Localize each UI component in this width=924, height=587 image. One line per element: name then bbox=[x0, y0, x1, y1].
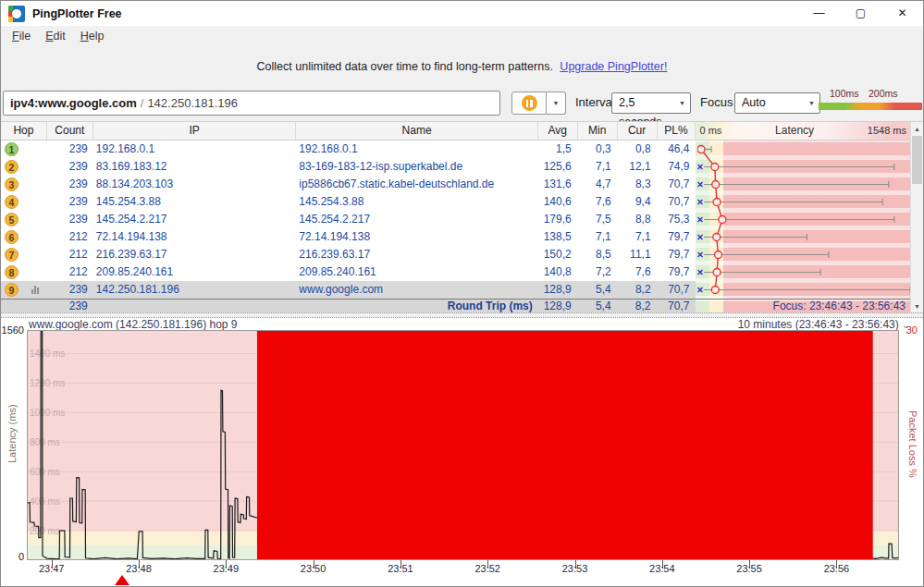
hop-name: www.google.com bbox=[296, 281, 537, 299]
table-header-row: Hop Count IP Name Avg Min Cur PL% 0 ms L… bbox=[1, 122, 910, 141]
table-row-hop-6[interactable]: 621272.14.194.13872.14.194.138138,57,17,… bbox=[1, 228, 910, 246]
y2-axis-title: Packet Loss % bbox=[907, 410, 918, 478]
minimize-icon[interactable]: — bbox=[798, 1, 840, 26]
time-label: 23:51 bbox=[380, 563, 421, 574]
hop-packet-loss: 79,7 bbox=[658, 263, 696, 281]
menu-bar: FileEditHelp bbox=[1, 26, 923, 47]
graphed-hop-icon bbox=[31, 286, 39, 294]
svg-text:600 ms: 600 ms bbox=[30, 467, 60, 477]
hop-status-dot: 4 bbox=[5, 195, 18, 209]
y-axis-title: Latency (ms) bbox=[6, 404, 18, 463]
hop-ip: 142.250.181.196 bbox=[93, 281, 297, 299]
header-cur[interactable]: Cur bbox=[618, 122, 658, 140]
close-icon[interactable]: ✕ bbox=[881, 1, 923, 26]
table-row-hop-7[interactable]: 7212216.239.63.17216.239.63.17150,28,511… bbox=[1, 246, 910, 263]
header-latency[interactable]: 0 ms Latency 1548 ms bbox=[696, 122, 910, 140]
pause-dropdown-button[interactable]: ▼ bbox=[547, 92, 566, 115]
upgrade-banner: Collect unlimited data over time to find… bbox=[1, 47, 923, 84]
table-row-hop-3[interactable]: 323988.134.203.103ip5886cb67.static.kabe… bbox=[1, 176, 910, 193]
latency-scale-legend: 100ms 200ms bbox=[819, 88, 922, 110]
timeline-chart[interactable]: 200 ms400 ms600 ms800 ms1000 ms1200 ms14… bbox=[27, 330, 899, 560]
alert-marker[interactable] bbox=[115, 575, 129, 585]
interval-select[interactable]: 2,5 seconds ▼ bbox=[611, 92, 691, 114]
scroll-up-icon[interactable]: ▲ bbox=[911, 123, 923, 135]
table-row-hop-5[interactable]: 5239145.254.2.217145.254.2.217179,67,58,… bbox=[1, 211, 910, 228]
hop-packet-loss: 70,7 bbox=[658, 176, 696, 193]
window-title: PingPlotter Free bbox=[32, 7, 122, 20]
hop-status-dot: 5 bbox=[5, 213, 18, 226]
hop-avg: 131,6 bbox=[538, 176, 578, 193]
time-label: 23:54 bbox=[642, 563, 683, 574]
header-name[interactable]: Name bbox=[296, 122, 537, 140]
trace-control: ▼ bbox=[511, 92, 566, 115]
hop-cur: 11,1 bbox=[618, 246, 658, 263]
svg-text:1000 ms: 1000 ms bbox=[30, 408, 65, 418]
trace-table: Hop Count IP Name Avg Min Cur PL% 0 ms L… bbox=[1, 121, 923, 312]
target-separator: / bbox=[141, 96, 144, 110]
hop-cur: 8,2 bbox=[618, 281, 658, 299]
table-scrollbar[interactable]: ▲ ▼ bbox=[910, 122, 923, 313]
table-row-hop-2[interactable]: 223983.169.183.1283-169-183-12-isp.super… bbox=[1, 158, 910, 176]
scrollbar-thumb[interactable] bbox=[912, 136, 922, 184]
target-ip: 142.250.181.196 bbox=[147, 96, 238, 110]
upgrade-link[interactable]: Upgrade PingPlotter! bbox=[560, 60, 667, 73]
hop-cur: 9,4 bbox=[618, 193, 658, 211]
menu-item-edit[interactable]: Edit bbox=[38, 26, 73, 47]
header-ip[interactable]: IP bbox=[93, 122, 297, 140]
hop-count: 239 bbox=[47, 211, 93, 228]
hop-ip: 88.134.203.103 bbox=[93, 176, 297, 193]
header-avg[interactable]: Avg bbox=[538, 122, 578, 140]
hop-packet-loss: 79,7 bbox=[658, 228, 696, 246]
legend-100ms-label: 100ms bbox=[830, 88, 859, 99]
maximize-icon[interactable]: ▢ bbox=[840, 1, 881, 26]
svg-text:1200 ms: 1200 ms bbox=[30, 378, 65, 388]
hop-min: 8,5 bbox=[578, 246, 618, 263]
legend-200ms-label: 200ms bbox=[869, 88, 898, 99]
hop-min: 7,2 bbox=[578, 263, 618, 281]
table-row-hop-9[interactable]: 9239142.250.181.196www.google.com128,95,… bbox=[1, 281, 910, 299]
pause-button[interactable] bbox=[511, 92, 547, 115]
hop-name: 83-169-183-12-isp.superkabel.de bbox=[296, 158, 537, 176]
time-label: 23:56 bbox=[816, 563, 856, 574]
table-row-hop-8[interactable]: 8212209.85.240.161209.85.240.161140,87,2… bbox=[1, 263, 910, 281]
banner-text: Collect unlimited data over time to find… bbox=[257, 60, 553, 73]
menu-item-file[interactable]: File bbox=[5, 26, 38, 47]
hop-latency-cell bbox=[696, 211, 910, 228]
hop-name: 216.239.63.17 bbox=[296, 246, 537, 263]
time-range-selector[interactable]: 10 minutes (23:46:43 - 23:56:43)⌄ bbox=[738, 318, 910, 331]
hop-packet-loss: 75,3 bbox=[658, 211, 696, 228]
hop-status-dot: 8 bbox=[5, 265, 18, 279]
hop-avg: 1,5 bbox=[538, 141, 578, 158]
hop-status-dot: 1 bbox=[5, 142, 18, 156]
header-min[interactable]: Min bbox=[578, 122, 618, 140]
hop-packet-loss: 74,9 bbox=[658, 158, 696, 176]
latency-title: Latency bbox=[721, 122, 867, 140]
hop-packet-loss: 70,7 bbox=[658, 193, 696, 211]
hop-status-dot: 7 bbox=[5, 248, 18, 262]
hop-name: 209.85.240.161 bbox=[296, 263, 537, 281]
app-window: PingPlotter Free — ▢ ✕ FileEditHelp Coll… bbox=[0, 0, 924, 587]
focus-label: Focus bbox=[700, 84, 733, 121]
hop-count: 212 bbox=[47, 228, 93, 246]
header-pl[interactable]: PL% bbox=[658, 122, 696, 140]
header-hop[interactable]: Hop bbox=[1, 122, 47, 140]
target-address-box[interactable]: ipv4:www.google.com/142.250.181.196 bbox=[3, 91, 500, 116]
hop-count: 239 bbox=[47, 193, 93, 211]
hop-cur: 7,6 bbox=[618, 263, 658, 281]
focus-value: Auto bbox=[742, 96, 766, 109]
time-label: 23:49 bbox=[205, 563, 246, 574]
window-controls: — ▢ ✕ bbox=[798, 1, 923, 26]
hop-status-dot: 6 bbox=[5, 230, 18, 244]
table-row-hop-4[interactable]: 4239145.254.3.88145.254.3.88140,67,69,47… bbox=[1, 193, 910, 211]
scroll-down-icon[interactable]: ▼ bbox=[911, 300, 923, 312]
hop-ip: 145.254.2.217 bbox=[93, 211, 297, 228]
menu-item-help[interactable]: Help bbox=[73, 26, 112, 47]
table-row-hop-1[interactable]: 1239192.168.0.1192.168.0.11,50,30,846,4 bbox=[1, 141, 910, 158]
hop-min: 5,4 bbox=[578, 281, 618, 299]
focus-select[interactable]: Auto ▼ bbox=[734, 92, 820, 114]
header-count[interactable]: Count bbox=[47, 122, 93, 140]
hop-name: ip5886cb67.static.kabel-deutschland.de bbox=[296, 176, 537, 193]
hop-count: 239 bbox=[47, 281, 93, 299]
hop-latency-cell bbox=[696, 193, 910, 211]
y2-axis-max-label: 30 bbox=[906, 324, 918, 336]
